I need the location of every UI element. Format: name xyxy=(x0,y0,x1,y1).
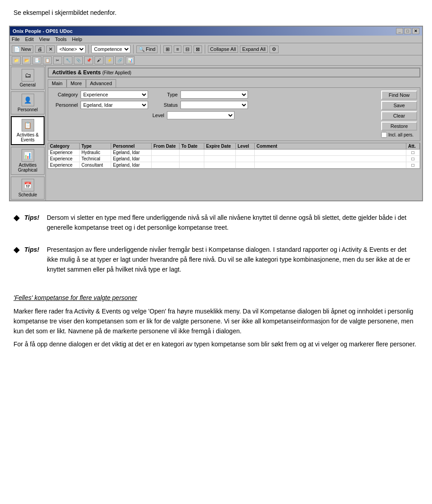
col-category: Category xyxy=(48,143,80,149)
menu-view[interactable]: View xyxy=(39,36,50,42)
view-btn-4[interactable]: ⊠ xyxy=(194,45,202,53)
cell-personnel-1: Egeland, Idar xyxy=(111,150,152,155)
tips-section-2: ◆ Tips! Presentasjon av flere underligge… xyxy=(0,241,432,282)
section-header: 'Felles' kompetanse for flere valgte per… xyxy=(14,293,418,303)
collapse-all-button[interactable]: Collapse All xyxy=(208,45,238,53)
save-button[interactable]: Save xyxy=(381,101,417,110)
maximize-button[interactable]: □ xyxy=(404,28,411,34)
restore-button[interactable]: Restore xyxy=(381,122,417,131)
close-button[interactable]: ✕ xyxy=(412,28,419,34)
menu-tools[interactable]: Tools xyxy=(55,36,67,42)
clear-button[interactable]: Clear xyxy=(381,111,417,120)
data-grid: Category Type Personnel From Date To Dat… xyxy=(48,143,420,169)
tips-bullet-2: ◆ xyxy=(14,245,20,274)
tb2-icon-7[interactable]: 📎 xyxy=(74,56,83,64)
toolbar-main: 📄 New 🖨 ✕ <None> Competence 🔍 Find ⊞ ≡ ⊟… xyxy=(10,43,422,55)
cell-to-3 xyxy=(180,162,204,168)
tb2-icon-12[interactable]: 📊 xyxy=(126,56,135,64)
view-btn-1[interactable]: ⊞ xyxy=(163,45,172,53)
menu-help[interactable]: Help xyxy=(72,36,82,42)
cell-att-1: □ xyxy=(406,150,420,155)
sidebar-tab-activities[interactable]: 📋 Activities & Events xyxy=(11,116,45,145)
type-select[interactable] xyxy=(180,91,248,99)
tb2-icon-8[interactable]: 📌 xyxy=(84,56,93,64)
none-select[interactable]: <None> xyxy=(57,45,86,53)
competence-select[interactable]: Competence xyxy=(91,45,130,53)
tb2-icon-1[interactable]: 📁 xyxy=(12,56,21,64)
new-button[interactable]: 📄 New xyxy=(12,45,33,53)
tb2-icon-2[interactable]: 📂 xyxy=(22,56,31,64)
type-label: Type xyxy=(151,92,178,97)
col-expire-date: Expire Date xyxy=(204,143,236,149)
tb2-icon-5[interactable]: ✂ xyxy=(53,56,62,64)
table-row[interactable]: Experience Technical Egeland, Idar □ xyxy=(48,156,420,162)
tab-more[interactable]: More xyxy=(67,79,86,87)
separator-2 xyxy=(133,45,134,54)
tab-advanced[interactable]: Advanced xyxy=(86,79,116,87)
section-p2: For å få opp denne dialogen er det vikti… xyxy=(14,340,418,350)
cell-expire-2 xyxy=(204,156,236,162)
sidebar-tab-general[interactable]: 🗂 General xyxy=(11,67,45,90)
sidebar-tab-schedule[interactable]: 📅 Schedule xyxy=(11,177,45,200)
cell-type-2: Technical xyxy=(80,156,111,162)
col-personnel: Personnel xyxy=(111,143,152,149)
cell-expire-1 xyxy=(204,150,236,155)
cell-expire-3 xyxy=(204,162,236,168)
cell-from-3 xyxy=(152,162,180,168)
toolbar-secondary: 📁 📂 📑 📋 ✂ 🔧 📎 📌 🖋 ⚡ 🔗 📊 xyxy=(10,55,422,66)
extra-btn[interactable]: ⚙ xyxy=(270,45,279,53)
find-button[interactable]: 🔍 Find xyxy=(136,45,158,53)
expand-all-button[interactable]: Expand All xyxy=(240,45,268,53)
tb2-icon-6[interactable]: 🔧 xyxy=(63,56,72,64)
find-now-button[interactable]: Find Now xyxy=(381,91,417,100)
tips-row-1: ◆ Tips! Dersom vi sletter en type med fl… xyxy=(14,213,418,232)
sidebar-tab-graphical[interactable]: 📊 Activities Graphical xyxy=(11,147,45,175)
table-row[interactable]: Experience Hydraulic Egeland, Idar □ xyxy=(48,150,420,156)
delete-button[interactable]: ✕ xyxy=(46,45,55,53)
sidebar-tab-personnel[interactable]: 👤 Personnel xyxy=(11,91,45,114)
incl-all-row: Incl. all pers. xyxy=(381,132,417,138)
category-label: Category xyxy=(51,92,78,97)
incl-all-checkbox[interactable] xyxy=(381,132,387,138)
tips-row-2: ◆ Tips! Presentasjon av flere underligge… xyxy=(14,245,418,274)
tb2-icon-11[interactable]: 🔗 xyxy=(115,56,124,64)
separator-1 xyxy=(88,45,89,54)
incl-all-label: Incl. all pers. xyxy=(388,132,414,137)
view-btn-2[interactable]: ≡ xyxy=(174,45,181,53)
right-buttons-panel: Find Now Save Clear Restore Incl. all pe… xyxy=(381,91,417,138)
cell-to-2 xyxy=(180,156,204,162)
intro-section: Se eksempel i skjermbildet nedenfor. xyxy=(0,0,432,26)
general-icon: 🗂 xyxy=(22,69,34,82)
view-btn-3[interactable]: ⊟ xyxy=(183,45,192,53)
graphical-icon: 📊 xyxy=(22,149,34,162)
form-row-level: Level xyxy=(51,111,379,119)
grid-header: Category Type Personnel From Date To Dat… xyxy=(48,143,420,150)
sidebar-activities-label: Activities & Events xyxy=(13,132,43,142)
status-select[interactable] xyxy=(180,101,248,109)
menu-file[interactable]: File xyxy=(12,36,20,42)
col-level: Level xyxy=(236,143,255,149)
tips-text-2: Presentasjon av flere underliggende nivå… xyxy=(47,245,418,274)
cell-level-2 xyxy=(236,156,255,162)
tb2-icon-10[interactable]: ⚡ xyxy=(105,56,114,64)
tips-label-1: Tips! xyxy=(24,213,42,232)
personnel-select[interactable]: Egeland, Idar xyxy=(81,101,148,109)
tips-label-2: Tips! xyxy=(24,245,42,274)
cell-type-3: Consultant xyxy=(80,162,111,168)
tb2-icon-9[interactable]: 🖋 xyxy=(94,56,104,64)
cell-to-1 xyxy=(180,150,204,155)
menu-edit[interactable]: Edit xyxy=(25,36,34,42)
tab-main[interactable]: Main xyxy=(48,79,67,87)
cell-level-1 xyxy=(236,150,255,155)
cell-personnel-3: Egeland, Idar xyxy=(111,162,152,168)
level-select[interactable] xyxy=(167,111,234,119)
cell-type-1: Hydraulic xyxy=(80,150,111,155)
tb2-icon-3[interactable]: 📑 xyxy=(32,56,41,64)
print-button[interactable]: 🖨 xyxy=(35,45,45,53)
activities-icon: 📋 xyxy=(22,119,34,132)
main-area: 🗂 General 👤 Personnel 📋 Activities & Eve… xyxy=(10,66,422,200)
tb2-icon-4[interactable]: 📋 xyxy=(43,56,52,64)
category-select[interactable]: Experience xyxy=(81,91,148,99)
table-row[interactable]: Experience Consultant Egeland, Idar □ xyxy=(48,162,420,168)
minimize-button[interactable]: _ xyxy=(396,28,403,34)
